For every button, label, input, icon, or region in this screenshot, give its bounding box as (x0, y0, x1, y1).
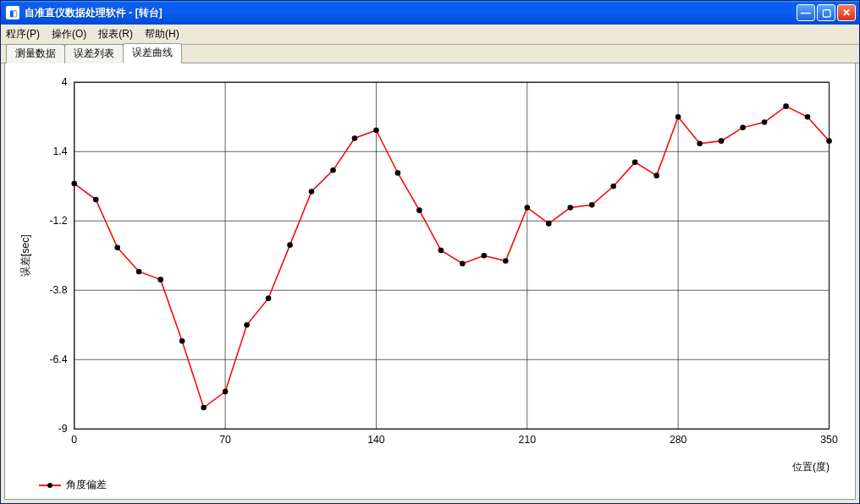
menubar: 程序(P) 操作(O) 报表(R) 帮助(H) (1, 25, 859, 45)
svg-point-43 (438, 248, 444, 254)
svg-point-26 (71, 181, 77, 187)
svg-point-55 (697, 141, 703, 147)
svg-point-48 (546, 221, 552, 227)
svg-point-29 (136, 269, 142, 275)
svg-point-59 (783, 103, 789, 109)
legend-swatch-icon (39, 485, 61, 486)
menu-report[interactable]: 报表(R) (98, 27, 133, 41)
svg-point-45 (482, 253, 488, 259)
svg-text:280: 280 (670, 434, 687, 446)
svg-point-57 (740, 125, 746, 131)
svg-point-56 (719, 138, 725, 144)
svg-point-53 (653, 173, 659, 178)
maximize-button[interactable]: ▢ (817, 4, 835, 21)
legend-label: 角度偏差 (66, 478, 107, 492)
minimize-button[interactable]: — (797, 4, 815, 21)
chart-legend: 角度偏差 (39, 478, 846, 492)
svg-text:-9: -9 (58, 423, 68, 435)
svg-rect-0 (74, 82, 830, 429)
tab-error-list[interactable]: 误差列表 (64, 44, 124, 63)
svg-text:1.4: 1.4 (52, 145, 67, 157)
svg-text:-3.8: -3.8 (49, 284, 67, 296)
svg-point-39 (352, 135, 358, 141)
svg-point-46 (503, 258, 509, 264)
svg-point-28 (114, 245, 120, 251)
menu-help[interactable]: 帮助(H) (145, 27, 179, 41)
app-icon: ◧ (6, 6, 19, 19)
svg-text:70: 70 (219, 434, 231, 446)
svg-point-47 (525, 205, 531, 211)
svg-point-35 (266, 295, 272, 301)
svg-point-30 (157, 277, 163, 282)
svg-point-54 (675, 114, 681, 120)
svg-point-36 (287, 242, 293, 248)
svg-point-52 (632, 160, 638, 166)
svg-text:4: 4 (62, 76, 68, 88)
svg-point-44 (460, 260, 466, 266)
menu-operate[interactable]: 操作(O) (52, 27, 86, 41)
svg-text:210: 210 (519, 434, 537, 446)
svg-point-40 (373, 128, 379, 134)
chart-area: 070140210280350-9-6.4-3.8-1.21.44误差[sec]… (14, 70, 846, 492)
svg-text:0: 0 (71, 434, 77, 446)
tab-strip: 测量数据 误差列表 误差曲线 (1, 45, 859, 63)
svg-point-50 (589, 202, 595, 208)
svg-point-51 (610, 184, 616, 189)
tab-content: 070140210280350-9-6.4-3.8-1.21.44误差[sec]… (4, 63, 856, 500)
tab-measure-data[interactable]: 测量数据 (6, 44, 65, 63)
svg-point-38 (330, 167, 336, 173)
svg-point-42 (416, 207, 422, 213)
error-curve-chart: 070140210280350-9-6.4-3.8-1.21.44误差[sec] (14, 70, 846, 458)
svg-text:-1.2: -1.2 (49, 215, 67, 227)
svg-point-31 (179, 338, 185, 344)
svg-point-34 (244, 322, 250, 328)
svg-text:-6.4: -6.4 (49, 353, 67, 365)
tab-error-curve[interactable]: 误差曲线 (123, 43, 182, 63)
svg-point-41 (395, 170, 401, 176)
svg-point-32 (201, 405, 207, 411)
svg-point-58 (762, 119, 768, 125)
svg-point-61 (826, 138, 832, 144)
x-axis-label: 位置(度) (14, 460, 846, 474)
window-controls: — ▢ ✕ (797, 4, 856, 21)
titlebar[interactable]: ◧ 自准直仪数据处理软件 - [转台] — ▢ ✕ (1, 1, 859, 25)
svg-point-37 (309, 189, 315, 194)
svg-point-33 (223, 389, 229, 395)
svg-point-60 (805, 114, 811, 120)
close-button[interactable]: ✕ (837, 4, 856, 21)
svg-point-27 (93, 197, 99, 203)
menu-program[interactable]: 程序(P) (6, 27, 40, 41)
window-title: 自准直仪数据处理软件 - [转台] (25, 6, 797, 20)
svg-text:误差[sec]: 误差[sec] (19, 234, 31, 277)
svg-text:350: 350 (820, 434, 838, 446)
svg-point-49 (567, 205, 573, 211)
svg-text:140: 140 (367, 434, 385, 446)
app-window: ◧ 自准直仪数据处理软件 - [转台] — ▢ ✕ 程序(P) 操作(O) 报表… (0, 0, 860, 504)
